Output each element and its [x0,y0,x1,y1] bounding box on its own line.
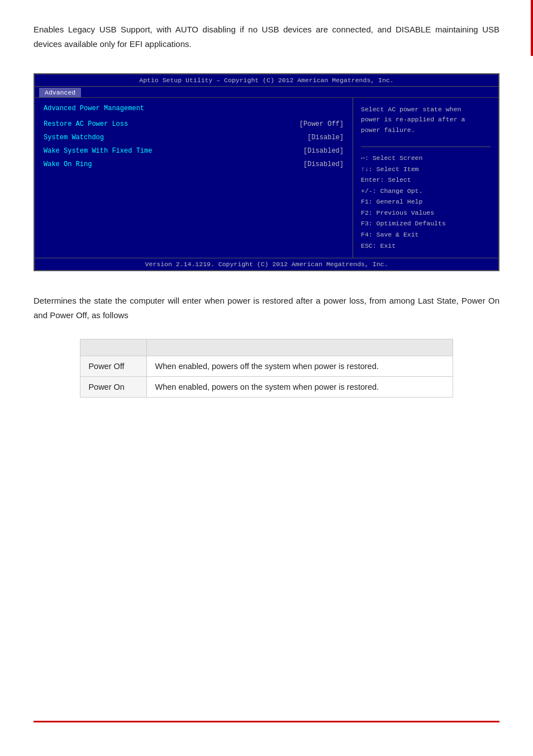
description-text: Determines the state the computer will e… [34,294,499,322]
bios-right-panel: Select AC power state when power is re-a… [353,98,498,258]
bios-value-wake-ring: [Disabled] [303,160,344,168]
bios-key-select-item: ↑↓: Select Item [361,164,491,175]
bios-key-f3: F3: Optimized Defaults [361,218,491,229]
bios-value-restore-ac: [Power Off] [299,120,344,128]
table-row-power-on: Power On When enabled, powers on the sys… [80,377,453,398]
bios-value-watchdog: [Disable] [307,134,344,141]
bios-row-wake-fixed: Wake System With Fixed Time [Disabled] [44,147,344,155]
bios-value-wake-fixed: [Disabled] [303,147,344,155]
bios-key-enter-select: Enter: Select [361,174,491,186]
table-label-power-on: Power On [80,377,147,398]
right-accent-bar [531,0,533,56]
bios-key-f2: F2: Previous Values [361,207,491,219]
table-desc-power-on: When enabled, powers on the system when … [147,377,453,398]
bios-key-change-opt: +/-: Change Opt. [361,186,491,197]
bios-divider [361,147,491,147]
bios-key-select-screen: ↔: Select Screen [361,153,491,164]
bios-help-text: Select AC power state when power is re-a… [361,105,491,135]
bottom-accent-line [34,721,499,722]
intro-text: Enables Legacy USB Support, with AUTO di… [34,22,499,51]
bios-screen: Aptio Setup Utility – Copyright (C) 2012… [34,73,499,271]
bios-label-restore-ac: Restore AC Power Loss [44,120,128,128]
bios-key-list: ↔: Select Screen ↑↓: Select Item Enter: … [361,153,491,251]
power-state-table: Power Off When enabled, powers off the s… [80,339,453,398]
table-label-power-off: Power Off [80,356,147,377]
bios-label-wake-fixed: Wake System With Fixed Time [44,147,152,155]
bios-help-line3: power failure. [361,126,415,134]
bios-key-f1: F1: General Help [361,196,491,207]
bios-help-line2: power is re-applied after a [361,116,465,123]
bios-key-esc: ESC: Exit [361,240,491,252]
bios-header-title: Aptio Setup Utility – Copyright (C) 2012… [35,74,498,87]
bios-label-wake-ring: Wake On Ring [44,160,92,168]
bios-row-watchdog: System Watchdog [Disable] [44,134,344,141]
table-header-row [80,339,453,356]
table-row-power-off: Power Off When enabled, powers off the s… [80,356,453,377]
bios-footer: Version 2.14.1219. Copyright (C) 2012 Am… [35,258,498,270]
bios-left-panel: Advanced Power Management Restore AC Pow… [35,98,353,258]
bios-section-title: Advanced Power Management [44,105,344,112]
table-header-col2 [147,339,453,356]
bios-label-watchdog: System Watchdog [44,134,104,141]
bios-key-f4: F4: Save & Exit [361,229,491,240]
table-header-col1 [80,339,147,356]
bios-row-restore-ac: Restore AC Power Loss [Power Off] [44,120,344,128]
bios-help-line1: Select AC power state when [361,106,461,113]
bios-row-wake-ring: Wake On Ring [Disabled] [44,160,344,168]
bios-body: Advanced Power Management Restore AC Pow… [35,98,498,258]
table-desc-power-off: When enabled, powers off the system when… [147,356,453,377]
bios-tab-bar: Advanced [35,87,498,98]
bios-tab-advanced: Advanced [39,88,81,97]
